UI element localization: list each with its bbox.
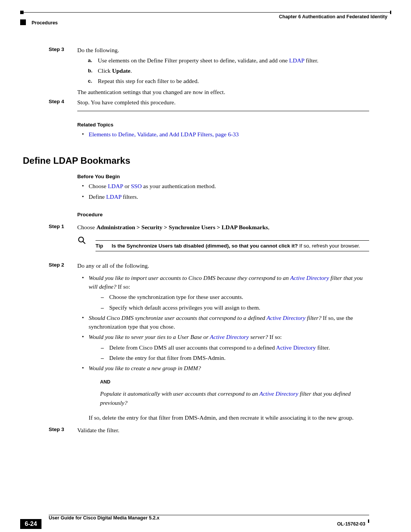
q1-post: If so: [116,283,130,290]
before-b1-link1[interactable]: LDAP [108,183,123,189]
before-b1-mid: or [123,183,131,189]
before-b2-post: filters. [121,193,138,200]
page-content: Step 3 Do the following. a. Use elements… [49,46,369,436]
dash-icon: – [101,343,109,352]
tip-underline [96,251,369,251]
pstep2-q4: • Would you like to create a new group i… [77,364,369,372]
pstep2-q3: • Would you like to sever your ties to a… [77,332,369,362]
page-number-badge: 6-24 [20,519,41,529]
step3-a-pre: Use elements on the Define Filter proper… [98,57,289,64]
pstep3-label: Step 3 [49,426,77,435]
dash-icon: – [101,353,109,362]
q3-d2-text: Delete the entry for that filter from DM… [109,353,226,362]
before-b1-link2[interactable]: SSO [131,183,142,189]
q3-d1-post: filter. [316,344,330,351]
q1-link[interactable]: Active Directory [290,275,329,281]
pstep3-row: Step 3 Validate the filter. [49,426,369,435]
step3-row: Step 3 Do the following. a. Use elements… [49,46,369,97]
pstep1-bold: Administration > Security > Synchronize … [96,224,268,230]
bullet-icon: • [77,332,89,362]
tip-label: Tip [96,243,103,249]
procedure-heading: Procedure [77,212,369,217]
q2-pre: Should Cisco DMS synchronize user accoun… [89,315,266,321]
q2-post-it: filter? [306,315,322,321]
step4-label: Step 4 [49,98,77,107]
q3-d1-link[interactable]: Active Directory [276,344,316,351]
q4b-pre: Populate it automatically with user acco… [100,390,259,397]
pstep1-row: Step 1 Choose Administration > Security … [49,223,369,232]
pstep3-text: Validate the filter. [77,426,369,435]
q3-link[interactable]: Active Directory [210,334,249,340]
footer-title: User Guide for Cisco Digital Media Manag… [49,515,159,521]
pstep2-row: Step 2 Do any or all of the following. •… [49,261,369,373]
bullet-icon: • [77,182,89,190]
header-chapter: Chapter 6 Authentication and Federated I… [279,14,387,19]
q4b-para: Populate it automatically with user acco… [100,389,369,407]
step3-body: Do the following. a. Use elements on the… [77,46,369,97]
svg-point-0 [79,237,84,242]
step4-text: Stop. You have completed this procedure. [77,98,369,107]
step3-a: a. Use elements on the Define Filter pro… [88,56,369,65]
dash-icon: – [101,303,109,312]
tip-bold: Is the Synchronize Users tab disabled (d… [112,243,298,249]
pstep1-post: , [268,224,269,230]
pstep2-q2: • Should Cisco DMS synchronize user acco… [77,313,369,331]
q1-d1: –Choose the synchronization type for the… [101,292,369,301]
header-marker-left [20,11,24,14]
q2-link[interactable]: Active Directory [266,315,305,321]
svg-line-1 [83,241,85,244]
step3-after: The authentication settings that you cha… [77,88,369,97]
pstep2-label: Step 2 [49,261,77,373]
footer-marker-right [368,519,369,523]
pstep2-body: Do any or all of the following. • Would … [77,261,369,373]
pstep2-q1: • Would you like to import user accounts… [77,273,369,312]
q1-d2-text: Specify which default access privileges … [109,303,260,312]
tip-row: Tip Is the Synchronize Users tab disable… [77,236,369,249]
q3-d1-pre: Delete from Cisco DMS all user accounts … [109,344,276,351]
q1-d2: –Specify which default access privileges… [101,303,369,312]
pstep1-label: Step 1 [49,223,77,232]
q4c-para: If so, delete the entry for that filter … [89,413,369,422]
tip-plain: If so, refresh your browser. [298,243,360,249]
related-topics-heading: Related Topics [77,122,369,128]
q4b-link[interactable]: Active Directory [259,390,298,397]
before-b2-pre: Define [89,193,106,200]
step3-b-pre: Click [98,67,112,74]
header-left-marker [20,19,26,25]
header-section: Procedures [32,20,58,26]
step3-b: b. Click Update. [88,66,369,75]
dash-icon: – [101,292,109,301]
before-b1-pre: Choose [89,183,108,189]
before-item-1: • Choose LDAP or SSO as your authenticat… [77,182,369,190]
before-item-2: • Define LDAP filters. [77,192,369,201]
step3-c-letter: c. [88,77,98,86]
step3-label: Step 3 [49,46,77,97]
step3-c: c. Repeat this step for each filter to b… [88,77,369,86]
header-rule [20,12,391,13]
step3-b-letter: b. [88,66,98,75]
header-marker-right [390,11,391,14]
q1-pre: Would you like to import user accounts t… [89,275,290,281]
step4-row: Step 4 Stop. You have completed this pro… [49,98,369,107]
step3-b-post: . [131,67,132,74]
q3-d1: –Delete from Cisco DMS all user accounts… [101,343,369,352]
footer-docid: OL-15762-03 [337,521,365,527]
before-you-begin-heading: Before You Begin [77,174,369,179]
q3-post-it: server? [249,334,268,340]
bullet-icon: • [77,313,89,331]
q3-post: If so: [268,334,282,340]
related-link-1[interactable]: Elements to Define, Validate, and Add LD… [89,131,239,137]
step3-a-post: filter. [304,57,319,64]
before-b2-link[interactable]: LDAP [106,193,121,200]
step3-b-bold: Update [112,67,130,74]
bullet-icon: • [77,192,89,201]
q3-pre: Would you like to sever your ties to a U… [89,334,210,340]
divider-after-step4 [77,111,369,111]
bullet-icon: • [77,273,89,312]
pstep2-text: Do any or all of the following. [77,262,149,269]
bullet-icon: • [77,364,89,372]
step3-a-link[interactable]: LDAP [289,57,304,64]
and-label: AND [100,379,369,385]
bullet-icon: • [77,130,89,139]
related-item-1: • Elements to Define, Validate, and Add … [77,130,369,139]
